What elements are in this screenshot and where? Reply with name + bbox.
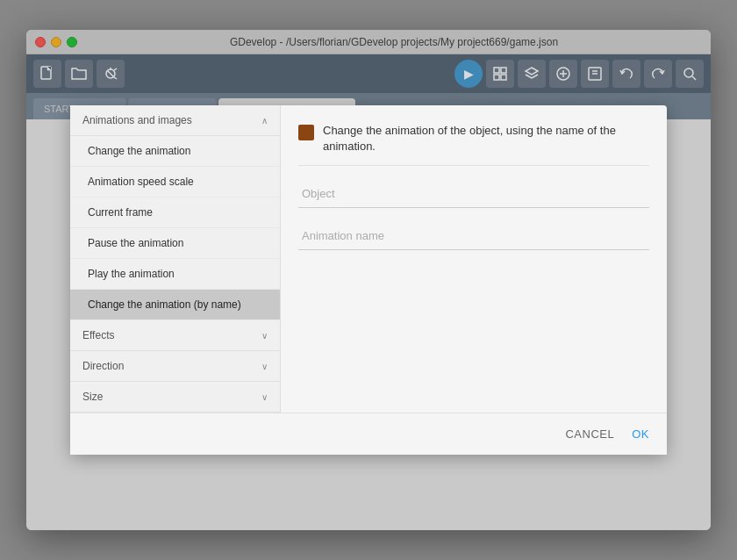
main-content: Animations and images ∧ Change the anima…: [26, 119, 711, 530]
dialog-overlay: Animations and images ∧ Change the anima…: [26, 119, 711, 530]
menu-item-current-frame[interactable]: Current frame: [70, 197, 280, 228]
object-input-container: [298, 180, 649, 208]
menu-item-animation-speed[interactable]: Animation speed scale: [70, 167, 280, 197]
desktop-background: GDevelop - /Users/florian/GDevelop proje…: [0, 0, 737, 560]
section-size-header[interactable]: Size ∨: [70, 382, 280, 413]
description-text: Change the animation of the object, usin…: [323, 123, 649, 154]
left-panel: Animations and images ∧ Change the anima…: [70, 119, 281, 413]
animation-name-input[interactable]: [298, 222, 649, 250]
chevron-down-icon-size: ∨: [261, 392, 268, 402]
menu-item-pause-animation[interactable]: Pause the animation: [70, 228, 280, 259]
chevron-down-icon-effects: ∨: [261, 331, 268, 341]
app-window: GDevelop - /Users/florian/GDevelop proje…: [26, 30, 711, 530]
dialog: Animations and images ∧ Change the anima…: [70, 119, 667, 455]
menu-item-change-animation-name[interactable]: Change the animation (by name): [70, 290, 280, 320]
dialog-body: Animations and images ∧ Change the anima…: [70, 119, 667, 413]
action-icon: [298, 125, 314, 140]
menu-item-play-animation[interactable]: Play the animation: [70, 259, 280, 290]
section-direction-header[interactable]: Direction ∨: [70, 351, 280, 382]
ok-button[interactable]: OK: [632, 427, 649, 441]
animation-name-input-container: [298, 222, 649, 250]
cancel-button[interactable]: CANCEL: [565, 427, 614, 441]
chevron-up-icon: ∧: [261, 119, 268, 126]
right-panel: Change the animation of the object, usin…: [281, 119, 667, 413]
object-input[interactable]: [298, 180, 649, 208]
section-effects-header[interactable]: Effects ∨: [70, 320, 280, 351]
section-animations-header[interactable]: Animations and images ∧: [70, 119, 280, 136]
chevron-down-icon-direction: ∨: [261, 362, 268, 371]
description-box: Change the animation of the object, usin…: [298, 123, 649, 166]
dialog-footer: CANCEL OK: [70, 413, 667, 455]
menu-item-change-animation[interactable]: Change the animation: [70, 136, 280, 167]
